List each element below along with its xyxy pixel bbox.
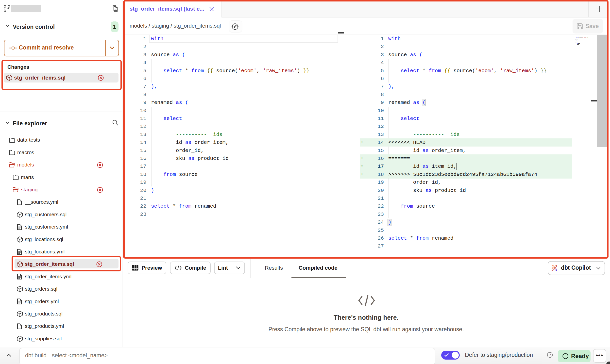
svg-text:?: ? <box>549 353 551 357</box>
